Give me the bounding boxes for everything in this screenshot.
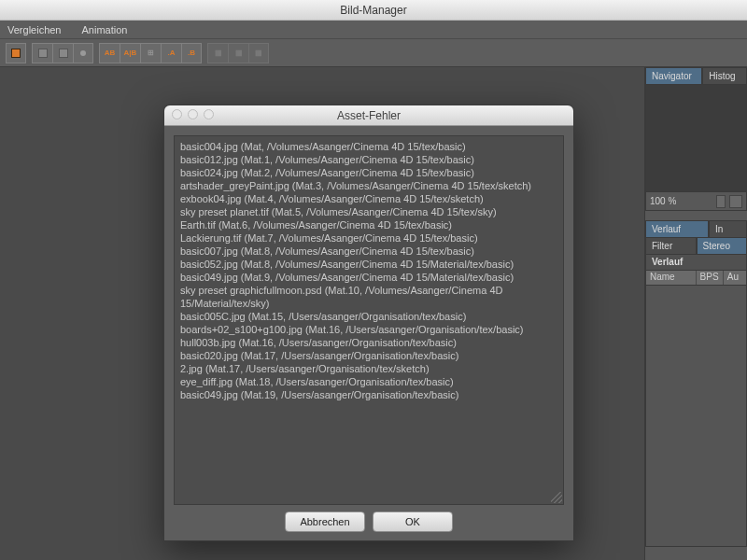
grid2-icon: ▦ <box>235 49 243 57</box>
error-line: sky preset planet.tif (Mat.5, /Volumes/A… <box>180 205 557 218</box>
stack-icon <box>80 50 86 56</box>
table-header: Name BPS Au <box>645 271 747 286</box>
tool-swap-a[interactable]: .A <box>161 43 181 63</box>
tool-split-horiz[interactable]: ⊞ <box>140 43 161 63</box>
tab-stereo[interactable]: Stereo <box>697 237 748 254</box>
menu-compare[interactable]: Vergleichen <box>7 24 62 35</box>
traffic-zoom[interactable] <box>204 109 214 119</box>
ab-icon: AB <box>105 49 116 57</box>
error-line: basic052.jpg (Mat.8, /Volumes/Asanger/Ci… <box>180 258 557 271</box>
traffic-close[interactable] <box>172 109 182 119</box>
error-line: Lackierung.tif (Mat.7, /Volumes/Asanger/… <box>180 231 557 245</box>
zoom-stepper[interactable] <box>716 195 726 208</box>
side-panel: Navigator Histog 100 % Verlauf In Filter… <box>644 67 747 560</box>
tab-histogram[interactable]: Histog <box>702 67 747 84</box>
grid1-icon: ▦ <box>215 49 222 57</box>
error-line: boards+02_s100+g100.jpg (Mat.16, /Users/… <box>180 323 557 336</box>
traffic-lights <box>172 109 214 119</box>
zoom-value: 100 % <box>650 196 712 206</box>
error-line: eye_diff.jpg (Mat.18, /Users/asanger/Org… <box>180 375 557 388</box>
tool-view-b[interactable] <box>52 43 73 63</box>
traffic-minimize[interactable] <box>188 109 198 119</box>
tool-disabled-1: ▦ <box>207 43 228 63</box>
col-au[interactable]: Au <box>724 271 746 285</box>
tool-disabled-2: ▦ <box>228 43 248 63</box>
grid3-icon: ▦ <box>255 49 262 57</box>
error-line: basic020.jpg (Mat.17, /Users/asanger/Org… <box>180 349 557 362</box>
tool-view-a[interactable] <box>32 43 52 63</box>
dialog-titlebar[interactable]: Asset-Fehler <box>164 105 573 126</box>
zoom-extra[interactable] <box>729 195 742 208</box>
tool-view-dual[interactable] <box>73 43 93 63</box>
window-titlebar: Bild-Manager <box>0 0 747 21</box>
cancel-button[interactable]: Abbrechen <box>285 511 365 532</box>
tab-filter[interactable]: Filter <box>645 237 697 254</box>
tab-in[interactable]: In <box>709 220 747 237</box>
tool-open-image[interactable] <box>6 43 26 63</box>
menubar: Vergleichen Animation <box>0 21 747 39</box>
error-line: basic049.jpg (Mat.9, /Volumes/Asanger/Ci… <box>180 271 557 284</box>
swap-a-icon: .A <box>168 49 176 57</box>
error-line: hull003b.jpg (Mat.16, /Users/asanger/Org… <box>180 336 557 349</box>
error-line: artshader_greyPaint.jpg (Mat.3, /Volumes… <box>180 179 557 192</box>
split-horiz-icon: ⊞ <box>148 49 154 57</box>
asset-error-dialog: Asset-Fehler basic004.jpg (Mat, /Volumes… <box>163 105 574 541</box>
error-line: basic049.jpg (Mat.19, /Users/asanger/Org… <box>180 388 557 401</box>
toolbar: AB A|B ⊞ .A .B ▦ ▦ ▦ <box>0 39 747 67</box>
swap-b-icon: .B <box>188 49 195 57</box>
navigator-viewport[interactable] <box>645 84 747 192</box>
dialog-message-list[interactable]: basic004.jpg (Mat, /Volumes/Asanger/Cine… <box>174 135 564 505</box>
tool-compare-ab[interactable]: AB <box>99 43 120 63</box>
tool-split-vert[interactable]: A|B <box>120 43 140 63</box>
tab-navigator[interactable]: Navigator <box>645 67 702 84</box>
ok-button[interactable]: OK <box>373 511 453 532</box>
resize-grip-icon[interactable] <box>551 492 562 503</box>
error-line: basic004.jpg (Mat, /Volumes/Asanger/Cine… <box>180 140 557 153</box>
col-name[interactable]: Name <box>646 271 697 285</box>
error-line: sky preset graphicfullmoon.psd (Mat.10, … <box>180 284 557 310</box>
dialog-button-row: Abbrechen OK <box>164 509 573 540</box>
table-body[interactable] <box>645 286 747 547</box>
dialog-title: Asset-Fehler <box>337 109 401 122</box>
section-header-verlauf: Verlauf <box>645 254 747 271</box>
error-line: basic012.jpg (Mat.1, /Volumes/Asanger/Ci… <box>180 153 557 166</box>
tool-disabled-3: ▦ <box>248 43 269 63</box>
menu-animation[interactable]: Animation <box>82 24 128 35</box>
error-line: exbook04.jpg (Mat.4, /Volumes/Asanger/Ci… <box>180 192 557 205</box>
error-line: Earth.tif (Mat.6, /Volumes/Asanger/Cinem… <box>180 218 557 231</box>
error-line: basic005C.jpg (Mat.15, /Users/asanger/Or… <box>180 310 557 323</box>
error-line: basic007.jpg (Mat.8, /Volumes/Asanger/Ci… <box>180 245 557 258</box>
tab-verlauf[interactable]: Verlauf <box>645 220 709 237</box>
navigator-zoom: 100 % <box>645 192 747 211</box>
error-line: 2.jpg (Mat.17, /Users/asanger/Organisati… <box>180 362 557 375</box>
col-bps[interactable]: BPS <box>697 271 724 285</box>
split-vert-icon: A|B <box>124 49 137 57</box>
tool-swap-b[interactable]: .B <box>181 43 202 63</box>
error-line: basic024.jpg (Mat.2, /Volumes/Asanger/Ci… <box>180 166 557 179</box>
